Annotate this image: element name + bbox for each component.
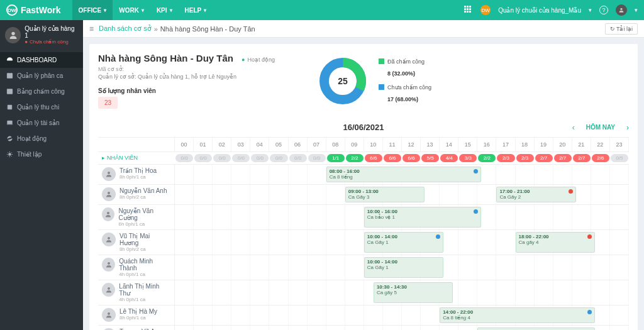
hour-pill: 2/7 bbox=[573, 154, 591, 162]
current-date: 16/06/2021 bbox=[343, 123, 384, 132]
hour-pill: 2/2 bbox=[478, 154, 496, 162]
hour-header: 18 bbox=[516, 138, 535, 151]
employee-hours: 4h 0ph/1 ca bbox=[119, 297, 170, 302]
sidebar-user-status: Chưa chấm công bbox=[25, 39, 78, 45]
user-avatar-icon[interactable] bbox=[5, 27, 21, 43]
hour-header: 15 bbox=[458, 138, 477, 151]
topnav-work[interactable]: WORK bbox=[113, 0, 150, 20]
sidebar-item-table[interactable]: Bảng chấm công bbox=[0, 84, 83, 99]
employee-section-label[interactable]: NHÂN VIÊN bbox=[98, 152, 175, 164]
sidebar-item-gear[interactable]: Thiết lập bbox=[0, 146, 83, 162]
account-label[interactable]: Quản lý chuỗi cửa hàng_Mẫu bbox=[498, 7, 581, 14]
hour-header: 19 bbox=[535, 138, 553, 151]
calendar-icon bbox=[6, 72, 13, 79]
employee-name[interactable]: Nguyễn Văn Cường bbox=[118, 207, 170, 221]
status-dot-icon bbox=[569, 189, 573, 194]
chevron-down-icon[interactable]: ▾ bbox=[635, 7, 638, 13]
shift-block[interactable]: 10:00 - 14:00Ca Gãy 1 bbox=[364, 232, 443, 253]
shift-block[interactable]: 08:00 - 16:00Ca 8 tiếng bbox=[326, 167, 482, 182]
logo-icon: DW bbox=[6, 4, 18, 16]
store-code-label: Mã cơ sở: bbox=[98, 66, 299, 72]
sidebar-item-money[interactable]: Quản lý thu chi bbox=[0, 99, 83, 115]
shift-block[interactable]: 09:00 - 13:00Ca Gãy 3 bbox=[345, 187, 425, 202]
hour-header: 20 bbox=[553, 138, 572, 151]
person-icon bbox=[102, 258, 115, 272]
shift-block[interactable]: 17:00 - 21:00Ca Gãy 2 bbox=[496, 187, 575, 202]
employee-name[interactable]: Lãnh Thị Minh Thư bbox=[119, 283, 170, 297]
person-icon bbox=[102, 233, 116, 246]
employee-row: Lãnh Thị Minh Thư4h 0ph/1 ca10:30 - 14:3… bbox=[98, 280, 629, 305]
laptop-icon bbox=[6, 119, 13, 126]
legend-square-icon bbox=[379, 58, 384, 64]
shift-block[interactable]: 10:00 - 16:00Ca bảo vệ 1 bbox=[364, 207, 482, 228]
menu-icon[interactable]: ≡ bbox=[89, 25, 94, 33]
employee-name[interactable]: Vũ Thị Mai Hương bbox=[119, 233, 170, 246]
hour-header: 21 bbox=[572, 138, 591, 151]
shift-block[interactable]: 14:00 - 22:00Ca 8 tiếng 4 bbox=[440, 307, 595, 323]
hour-pill: 0/0 bbox=[194, 154, 212, 162]
apps-icon[interactable] bbox=[464, 6, 473, 14]
hour-pill: 2/3 bbox=[497, 154, 514, 162]
person-icon bbox=[102, 283, 115, 297]
topnav-office[interactable]: OFFICE bbox=[72, 0, 113, 20]
employee-hours: 4h 0ph/1 ca bbox=[119, 272, 170, 277]
topnav-help[interactable]: HELP bbox=[179, 0, 213, 20]
store-status: Hoạt động bbox=[242, 57, 275, 63]
hour-header: 13 bbox=[421, 138, 440, 151]
hour-pill: 0/5 bbox=[611, 154, 628, 162]
hour-header: 03 bbox=[231, 138, 250, 151]
person-icon bbox=[102, 207, 114, 221]
next-day-button[interactable]: › bbox=[626, 123, 629, 132]
reload-button[interactable]: ↻ Tải lại bbox=[605, 23, 638, 35]
help-icon[interactable]: ? bbox=[599, 6, 608, 14]
gauge-icon bbox=[6, 57, 13, 63]
person-icon bbox=[102, 167, 116, 181]
sidebar-item-refresh[interactable]: Hoạt động bbox=[0, 131, 83, 146]
employee-hours: 8h 0ph/1 ca bbox=[119, 315, 157, 321]
hour-pill: 5/5 bbox=[421, 154, 439, 162]
person-icon bbox=[102, 308, 116, 322]
today-button[interactable]: HÔM NAY bbox=[586, 124, 615, 131]
store-mgmt: Quản lý cơ sở: Quản lý cửa hàng 1, hỗ tr… bbox=[98, 74, 299, 80]
shift-block[interactable]: 10:30 - 14:30Ca gãy 5 bbox=[374, 282, 453, 303]
hour-header: 14 bbox=[440, 138, 458, 151]
hour-pill: 0/0 bbox=[213, 154, 231, 162]
employee-name[interactable]: Nguyễn Văn Anh bbox=[119, 187, 167, 194]
hour-header: 04 bbox=[250, 138, 269, 151]
shift-block[interactable]: 10:00 - 14:00Ca Gãy 1 bbox=[364, 257, 443, 278]
topnav-kpi[interactable]: KPI bbox=[150, 0, 179, 20]
svg-point-8 bbox=[108, 262, 110, 265]
sidebar-item-calendar[interactable]: Quản lý phân ca bbox=[0, 68, 83, 84]
app-name: FastWork bbox=[21, 5, 61, 15]
employee-name[interactable]: Trần Thị Hoa bbox=[119, 167, 157, 174]
chevron-down-icon[interactable]: ▾ bbox=[589, 7, 592, 13]
hour-pill: 0/0 bbox=[289, 154, 307, 162]
avatar-icon[interactable]: DW bbox=[480, 5, 491, 15]
hour-pill: 2/7 bbox=[554, 154, 572, 162]
hour-pill: 2/2 bbox=[346, 154, 364, 162]
app-logo[interactable]: DW FastWork bbox=[6, 4, 61, 16]
prev-day-button[interactable]: ‹ bbox=[572, 123, 575, 132]
employee-row: Lê Thị Hà My8h 0ph/1 ca14:00 - 22:00Ca 8… bbox=[98, 305, 629, 326]
hour-pill: 0/0 bbox=[308, 154, 326, 162]
employee-name[interactable]: Lê Thị Hà My bbox=[119, 308, 157, 315]
hour-header: 05 bbox=[269, 138, 288, 151]
store-title: Nhà hàng Sông Hàn - Duy Tân bbox=[98, 53, 233, 63]
svg-point-10 bbox=[108, 312, 110, 315]
shift-block[interactable]: 16:00 - 22:00Ca bảo vệ 2 bbox=[477, 327, 595, 330]
sidebar-item-gauge[interactable]: DASHBOARD bbox=[0, 52, 83, 68]
hour-header: 16 bbox=[477, 138, 496, 151]
shift-block[interactable]: 18:00 - 22:00Ca gãy 4 bbox=[516, 232, 595, 253]
breadcrumb-sep: » bbox=[154, 25, 158, 33]
svg-point-1 bbox=[11, 31, 14, 35]
sidebar-item-laptop[interactable]: Quản lý tài sản bbox=[0, 115, 83, 131]
hour-header: 07 bbox=[308, 138, 326, 151]
hour-header: 23 bbox=[610, 138, 629, 151]
employee-name[interactable]: Quách Minh Thành bbox=[119, 258, 170, 272]
person-icon bbox=[102, 187, 116, 201]
svg-point-9 bbox=[108, 287, 110, 290]
profile-icon[interactable] bbox=[616, 4, 627, 16]
hour-header: 11 bbox=[383, 138, 402, 151]
breadcrumb-current: Nhà hàng Sông Hàn - Duy Tân bbox=[160, 25, 255, 33]
breadcrumb-link[interactable]: Danh sách cơ sở bbox=[99, 25, 152, 33]
